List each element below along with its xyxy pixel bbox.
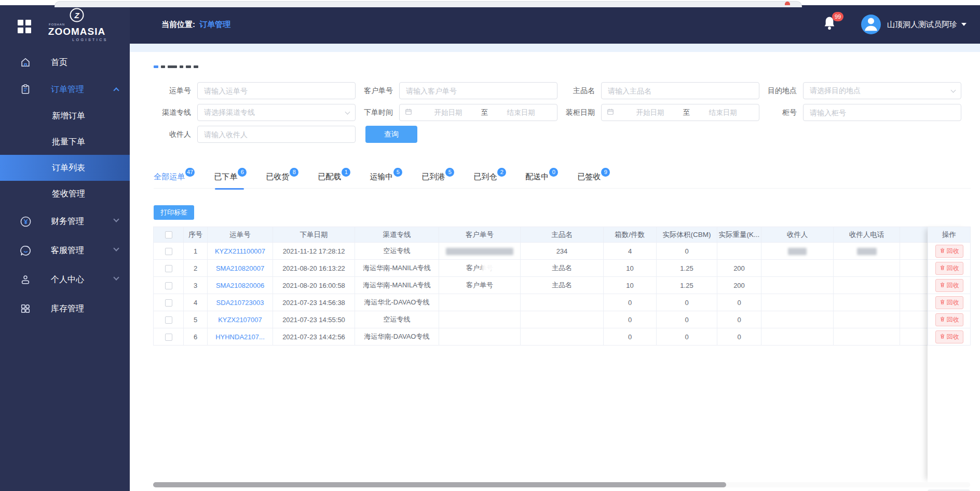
row-checkbox[interactable] bbox=[165, 248, 172, 255]
row-checkbox[interactable] bbox=[165, 316, 172, 324]
tab-arrived-warehouse[interactable]: 已到仓2 bbox=[473, 172, 506, 182]
sidebar-item-label: 批量下单 bbox=[52, 137, 85, 148]
waybill-link[interactable]: SMA210820007 bbox=[216, 264, 264, 272]
select-all-checkbox[interactable] bbox=[165, 231, 172, 238]
cell-seq: 4 bbox=[184, 294, 208, 311]
cell-weight: 0 bbox=[717, 328, 761, 346]
filter-group-container-date: 装柜日期开始日期至结束日期 bbox=[557, 104, 759, 121]
sidebar-item-finance-management[interactable]: 财务管理 bbox=[0, 207, 130, 236]
filter-label-channel-line: 渠道专线 bbox=[154, 108, 197, 117]
col-header-date: 下单日期 bbox=[273, 227, 355, 243]
destination-select[interactable]: 请选择目的地点 bbox=[803, 82, 961, 99]
tab-signed[interactable]: 已签收9 bbox=[577, 172, 610, 182]
filter-field-container-no bbox=[803, 104, 961, 121]
sidebar-item-order-management[interactable]: 订单管理 bbox=[0, 76, 130, 103]
sidebar-item-inventory-management[interactable]: 库存管理 bbox=[0, 294, 130, 323]
row-checkbox[interactable] bbox=[165, 299, 172, 307]
apps-grid-icon[interactable] bbox=[18, 20, 31, 33]
sidebar-item-batch-order[interactable]: 批量下单 bbox=[0, 129, 130, 155]
recycle-button[interactable]: 回收 bbox=[935, 313, 963, 326]
sidebar-item-new-order[interactable]: 新增订单 bbox=[0, 103, 130, 129]
sidebar-item-receipt-management[interactable]: 签收管理 bbox=[0, 181, 130, 207]
print-label-button[interactable]: 打印标签 bbox=[154, 205, 194, 220]
username[interactable]: 山顶洞人测试员阿珍 bbox=[887, 20, 957, 30]
cell-customer_no bbox=[439, 311, 521, 328]
row-checkbox[interactable] bbox=[165, 334, 172, 341]
tab-received[interactable]: 已收货8 bbox=[266, 172, 298, 182]
channel-line-select[interactable]: 请选择渠道专线 bbox=[197, 104, 356, 121]
cell-date: 2021-07-23 14:42:56 bbox=[273, 328, 355, 346]
recycle-button[interactable]: 回收 bbox=[935, 245, 963, 258]
sidebar-header: Z FOSHAN ZOOMASIA LOGISTICS bbox=[0, 5, 130, 49]
notification-bell[interactable]: 99 bbox=[823, 16, 836, 33]
customer-no-input[interactable] bbox=[399, 82, 557, 99]
cell-checkbox bbox=[154, 243, 184, 260]
product-name-input[interactable] bbox=[601, 82, 759, 99]
recycle-button[interactable]: 回收 bbox=[935, 296, 963, 309]
table-row: 2SMA2108200072021-08-20 16:13:22海运华南-MAN… bbox=[154, 260, 971, 277]
tab-loaded[interactable]: 已配载1 bbox=[318, 172, 350, 182]
select-placeholder: 请选择渠道专线 bbox=[204, 108, 255, 117]
recycle-button[interactable]: 回收 bbox=[935, 279, 963, 292]
container-date-daterange[interactable]: 开始日期至结束日期 bbox=[601, 104, 759, 121]
daterange-end-placeholder: 结束日期 bbox=[692, 108, 754, 117]
cell-customer_no: 客户单号 bbox=[439, 260, 521, 277]
sidebar-item-customer-service[interactable]: 客服管理 bbox=[0, 236, 130, 265]
waybill-link[interactable]: KYZX211100007 bbox=[215, 247, 265, 255]
waybill-no-input[interactable] bbox=[197, 82, 356, 99]
row-checkbox[interactable] bbox=[165, 265, 172, 272]
filter-label-container-no: 柜号 bbox=[759, 108, 803, 117]
tab-in-transit[interactable]: 运输中5 bbox=[370, 172, 402, 182]
browser-url-bar bbox=[55, 1, 802, 7]
container-no-input[interactable] bbox=[803, 104, 961, 121]
tab-arrived-port[interactable]: 已到港5 bbox=[421, 172, 454, 182]
cell-receiver bbox=[761, 328, 834, 346]
clipped-heading-fragments bbox=[154, 65, 201, 68]
chevron-down-icon bbox=[113, 245, 119, 251]
cell-volume: 0 bbox=[657, 294, 717, 311]
cell-waybill: HYHNDA2107... bbox=[208, 328, 273, 346]
waybill-link[interactable]: SMA210820006 bbox=[216, 282, 264, 289]
waybill-link[interactable]: HYHNDA2107... bbox=[215, 333, 265, 341]
sidebar-item-personal-center[interactable]: 个人中心 bbox=[0, 265, 130, 294]
sidebar-item-order-list[interactable]: 订单列表 bbox=[0, 155, 130, 181]
avatar[interactable] bbox=[861, 15, 881, 34]
waybill-link[interactable]: SDA210723003 bbox=[216, 299, 264, 307]
cell-seq: 1 bbox=[184, 243, 208, 260]
cell-product bbox=[521, 328, 604, 346]
receiver-input[interactable] bbox=[197, 126, 356, 143]
filter-label-product-name: 主品名 bbox=[557, 86, 601, 96]
cell-action: 回收 bbox=[928, 243, 971, 260]
trash-icon bbox=[940, 333, 945, 341]
recycle-button[interactable]: 回收 bbox=[935, 262, 963, 275]
cell-date: 2021-07-23 14:55:50 bbox=[273, 311, 355, 328]
tab-label: 已配载 bbox=[318, 172, 341, 181]
row-checkbox[interactable] bbox=[165, 282, 172, 289]
cell-boxes: 10 bbox=[604, 277, 657, 294]
search-button[interactable]: 查询 bbox=[365, 126, 417, 143]
trash-icon bbox=[940, 282, 945, 289]
cell-phone bbox=[834, 277, 900, 294]
cell-waybill: KYZX211100007 bbox=[208, 243, 273, 260]
recycle-button[interactable]: 回收 bbox=[935, 330, 963, 343]
tab-label: 已收货 bbox=[266, 172, 289, 181]
calendar-icon bbox=[607, 108, 619, 117]
tab-count-badge: 47 bbox=[185, 168, 195, 177]
tab-placed[interactable]: 已下单6 bbox=[214, 172, 247, 182]
filter-group-waybill-no: 运单号 bbox=[154, 82, 356, 99]
breadcrumb-link-order-management[interactable]: 订单管理 bbox=[199, 20, 230, 29]
caret-down-icon[interactable] bbox=[961, 23, 967, 26]
tab-delivering[interactable]: 配送中0 bbox=[525, 172, 558, 182]
tab-label: 已下单 bbox=[214, 172, 237, 181]
horizontal-scrollbar-thumb[interactable] bbox=[153, 482, 726, 487]
filter-label-waybill-no: 运单号 bbox=[154, 86, 197, 96]
sidebar-item-home[interactable]: 首页 bbox=[0, 49, 130, 76]
sidebar-item-label: 财务管理 bbox=[51, 216, 84, 227]
order-time-daterange[interactable]: 开始日期至结束日期 bbox=[399, 104, 557, 121]
tab-all-waybills[interactable]: 全部运单47 bbox=[154, 172, 195, 182]
waybill-link[interactable]: KYZX2107007 bbox=[218, 316, 262, 324]
bell-icon bbox=[823, 23, 836, 32]
daterange-separator: 至 bbox=[681, 108, 692, 117]
cell-product: 234 bbox=[521, 243, 604, 260]
cell-spacer bbox=[900, 277, 928, 294]
